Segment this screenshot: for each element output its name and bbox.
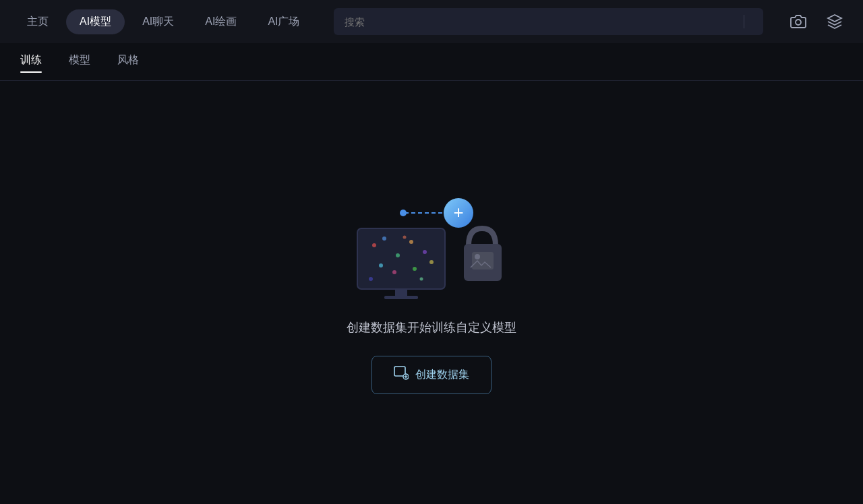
svg-point-23 — [475, 254, 480, 259]
nav-item-ai-chat[interactable]: AI聊天 — [129, 9, 187, 34]
sub-nav-item-style[interactable]: 风格 — [117, 53, 139, 70]
nav-item-home[interactable]: 主页 — [13, 9, 62, 34]
empty-description: 创建数据集开始训练自定义模型 — [347, 319, 516, 336]
nav-item-ai-square[interactable]: AI广场 — [254, 9, 313, 34]
main-content: + 创建数据集开始训练自定义模型 — [0, 81, 863, 504]
sub-nav-item-train[interactable]: 训练 — [20, 53, 42, 70]
svg-point-3 — [382, 237, 386, 241]
nav-item-ai-model[interactable]: AI模型 — [66, 9, 125, 34]
create-btn-label: 创建数据集 — [415, 368, 469, 382]
top-nav: 主页AI模型AI聊天AI绘画AI广场 — [0, 0, 863, 43]
nav-item-ai-paint[interactable]: AI绘画 — [191, 9, 250, 34]
search-divider — [744, 15, 744, 28]
svg-point-4 — [396, 253, 400, 257]
svg-point-6 — [423, 250, 427, 254]
svg-point-17 — [400, 210, 407, 216]
svg-point-12 — [403, 235, 407, 239]
svg-rect-14 — [395, 289, 407, 296]
svg-point-10 — [429, 260, 434, 264]
cube-icon-btn[interactable] — [820, 7, 850, 36]
svg-point-11 — [369, 277, 373, 281]
svg-text:+: + — [453, 202, 463, 222]
sub-nav: 训练模型风格 — [0, 43, 863, 81]
create-dataset-button[interactable]: 创建数据集 — [371, 356, 492, 394]
illustration: + — [344, 191, 519, 299]
svg-point-8 — [392, 270, 396, 274]
svg-point-7 — [379, 263, 383, 267]
search-container — [334, 8, 764, 35]
sub-nav-item-model[interactable]: 模型 — [69, 53, 90, 70]
svg-point-13 — [420, 277, 423, 280]
camera-icon-btn[interactable] — [783, 7, 813, 36]
svg-point-0 — [796, 20, 801, 25]
svg-point-2 — [372, 243, 376, 247]
create-btn-icon — [394, 366, 409, 384]
svg-point-5 — [409, 240, 413, 244]
svg-point-9 — [413, 267, 417, 271]
svg-rect-15 — [384, 296, 418, 299]
search-input[interactable] — [345, 16, 744, 28]
